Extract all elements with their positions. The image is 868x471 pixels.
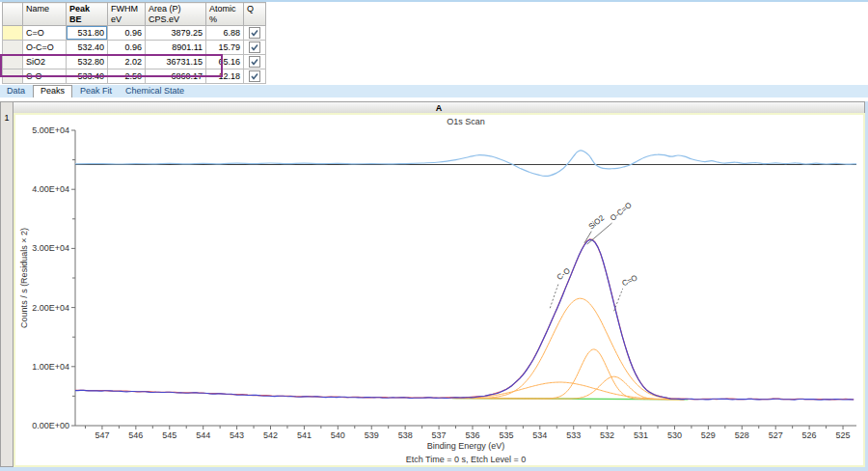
column-header-fwhm[interactable]: FWHMeV — [108, 3, 146, 26]
column-header-line2: eV — [111, 14, 142, 25]
peak-annotation-o-c-o: O-C=O — [609, 201, 634, 223]
x-tick-label: 543 — [230, 430, 244, 440]
column-header-line2: % — [209, 14, 240, 25]
atomic-percent-cell[interactable]: 6.88 — [206, 26, 244, 41]
area-cell[interactable]: 8901.11 — [146, 41, 206, 55]
q-checkbox-cell — [244, 69, 266, 84]
annotation-leader-line — [550, 283, 558, 308]
peak-color-swatch[interactable] — [3, 55, 23, 69]
peak-table-row-c-o: C=O531.800.963879.256.88 — [3, 26, 266, 41]
x-tick-label: 547 — [95, 430, 109, 440]
tab-peak-fit[interactable]: Peak Fit — [73, 85, 119, 97]
x-tick-label: 530 — [667, 430, 682, 440]
column-header-atomic[interactable]: Atomic% — [206, 3, 244, 26]
peak-annotation-c-o: C=O — [620, 273, 638, 288]
x-tick-label: 539 — [365, 430, 379, 440]
chart-panel[interactable]: 5475465455445435425415405395385375365355… — [14, 113, 865, 467]
area-cell[interactable]: 3879.25 — [146, 26, 206, 41]
x-tick-label: 534 — [532, 430, 547, 440]
column-header-area-p-[interactable]: Area (P)CPS.eV — [146, 3, 206, 26]
column-header-peak[interactable]: PeakBE — [67, 3, 108, 26]
q-checkbox-cell — [244, 41, 266, 55]
column-header-q[interactable]: Q — [244, 3, 266, 26]
column-header-line1: Peak — [69, 4, 104, 14]
y-tick-label: 1.00E+04 — [32, 362, 69, 372]
x-tick-label: 541 — [297, 430, 312, 440]
quantify-checkbox[interactable] — [249, 42, 260, 53]
grid-column-header-label: A — [436, 103, 443, 113]
x-tick-label: 533 — [566, 430, 581, 440]
name-cell[interactable]: SiO2 — [23, 55, 67, 69]
peak-be-cell[interactable]: 532.40 — [67, 41, 108, 55]
area-cell[interactable]: 6860.17 — [146, 69, 206, 84]
y-tick-label: 5.00E+04 — [32, 125, 69, 135]
x-tick-label: 538 — [398, 430, 413, 440]
peak-table: NamePeakBEFWHMeVArea (P)CPS.eVAtomic%Q C… — [2, 2, 266, 84]
x-tick-label: 528 — [735, 430, 749, 440]
atomic-percent-cell[interactable]: 12.18 — [206, 69, 244, 84]
y-tick-label: 2.00E+04 — [32, 303, 69, 313]
x-tick-label: 544 — [196, 430, 210, 440]
x-axis-label: Binding Energy (eV) — [427, 441, 505, 451]
x-tick-label: 531 — [634, 430, 648, 440]
atomic-percent-cell[interactable]: 65.16 — [206, 55, 244, 69]
fwhm-cell[interactable]: 0.96 — [108, 41, 146, 55]
grid-row-header-label: 1 — [4, 113, 9, 123]
x-tick-label: 532 — [600, 430, 614, 440]
x-tick-label: 546 — [128, 430, 143, 440]
column-header-line1: Atomic — [209, 4, 240, 14]
component-peak-sio2 — [439, 298, 684, 400]
grid-row-header[interactable]: 1 — [0, 113, 14, 467]
q-checkbox-cell — [244, 26, 266, 41]
area-cell[interactable]: 36731.15 — [146, 55, 206, 69]
name-cell[interactable]: C-O — [23, 69, 67, 84]
column-header-line1: Q — [247, 4, 262, 14]
x-tick-label: 527 — [769, 430, 783, 440]
view-tab-bar: DataPeaksPeak FitChemical State — [0, 85, 868, 97]
peak-color-swatch[interactable] — [3, 41, 23, 55]
x-tick-label: 525 — [836, 430, 851, 440]
tab-data[interactable]: Data — [0, 85, 32, 97]
peak-table-header-row: NamePeakBEFWHMeVArea (P)CPS.eVAtomic%Q — [3, 3, 266, 26]
grid-bottom-margin — [0, 467, 868, 471]
q-checkbox-cell — [244, 55, 266, 69]
name-cell[interactable]: C=O — [23, 26, 67, 41]
peak-table-row-sio2: SiO2532.802.0236731.1565.16 — [3, 55, 266, 69]
peak-annotation-sio2: SiO2 — [587, 213, 607, 231]
peak-be-cell[interactable]: 533.40 — [67, 69, 108, 84]
y-axis-label: Counts / s (Residuals × 2) — [19, 228, 29, 328]
x-tick-label: 529 — [701, 430, 716, 440]
y-tick-label: 3.00E+04 — [32, 243, 69, 253]
column-header-line1: Area (P) — [149, 4, 203, 14]
y-tick-label: 0.00E+00 — [32, 421, 69, 430]
axis-lines — [75, 130, 856, 426]
residuals-trace — [75, 151, 856, 177]
column-header-name[interactable]: Name — [23, 3, 67, 26]
quantify-checkbox[interactable] — [249, 27, 260, 39]
tab-peaks[interactable]: Peaks — [33, 85, 72, 97]
fwhm-cell[interactable]: 0.96 — [108, 26, 146, 41]
peak-be-cell[interactable]: 531.80 — [67, 26, 108, 41]
x-tick-label: 537 — [432, 430, 447, 440]
tab-chemical-state[interactable]: Chemical State — [119, 85, 191, 97]
spectrum-data-curve — [75, 239, 854, 400]
fwhm-cell[interactable]: 2.50 — [108, 69, 146, 84]
name-cell[interactable]: O-C=O — [23, 41, 67, 55]
etch-info-label: Etch Time = 0 s, Etch Level = 0 — [406, 455, 527, 464]
column-header-line2: BE — [69, 14, 104, 25]
fwhm-cell[interactable]: 2.02 — [108, 55, 146, 69]
atomic-percent-cell[interactable]: 15.79 — [206, 41, 244, 55]
peak-color-column-header[interactable] — [3, 3, 23, 26]
peak-color-swatch[interactable] — [3, 26, 23, 41]
spectrum-chart[interactable]: 5475465455445435425415405395385375365355… — [15, 115, 863, 465]
quantify-checkbox[interactable] — [249, 56, 260, 68]
x-tick-label: 540 — [331, 430, 345, 440]
peak-table-row-c-o: C-O533.402.506860.1712.18 — [3, 69, 266, 84]
x-tick-label: 526 — [802, 430, 817, 440]
quantify-checkbox[interactable] — [249, 70, 260, 82]
y-tick-label: 4.00E+04 — [32, 184, 69, 194]
x-tick-label: 536 — [465, 430, 479, 440]
peak-color-swatch[interactable] — [3, 69, 23, 84]
peak-be-cell[interactable]: 532.80 — [67, 55, 108, 69]
chart-title: O1s Scan — [447, 117, 485, 126]
